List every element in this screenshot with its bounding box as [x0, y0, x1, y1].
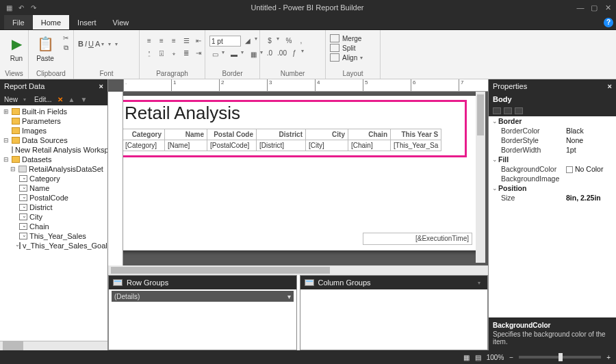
folder-icon	[12, 137, 20, 144]
collapse-icon[interactable]: ⌄	[491, 185, 498, 192]
categorized-icon[interactable]	[493, 107, 501, 114]
bold-button[interactable]: B	[78, 40, 84, 48]
move-up-icon[interactable]: ▲	[68, 96, 75, 103]
panel-close-icon[interactable]: ×	[608, 82, 612, 90]
indent-dec-icon[interactable]: ⇤	[193, 36, 204, 45]
border-style-icon[interactable]: ▭	[209, 49, 220, 59]
zoom-out-button[interactable]: −	[509, 354, 513, 361]
indent-inc-icon[interactable]: ⇥	[193, 48, 204, 57]
close-icon[interactable]: ✕	[604, 3, 612, 12]
chevron-down-icon[interactable]: ▾	[478, 280, 483, 286]
move-down-icon[interactable]: ▼	[81, 96, 88, 103]
numbers-icon[interactable]: ≣	[181, 48, 192, 57]
prop-row[interactable]: BorderColorBlack	[489, 126, 616, 135]
run-button[interactable]: ▶ Run	[4, 33, 29, 64]
color-swatch	[566, 166, 573, 173]
field-item[interactable]: City	[0, 212, 107, 222]
selected-object: Body	[489, 93, 616, 105]
prop-row[interactable]: BorderStyleNone	[489, 135, 616, 145]
merge-icon	[330, 34, 339, 42]
border-color-icon[interactable]: ▬	[229, 49, 240, 59]
comma-icon[interactable]: ,	[296, 36, 307, 45]
design-canvas[interactable]: Retail Analysis Category Name Postal Cod…	[123, 92, 485, 263]
placeholder-icon[interactable]: ƒ	[289, 48, 300, 57]
v-ruler	[108, 92, 123, 265]
delete-icon[interactable]: ✕	[57, 96, 63, 103]
status-bar: ▦ ▤ 100% − +	[0, 350, 616, 364]
field-item[interactable]: District	[0, 203, 107, 212]
zoom-slider[interactable]	[519, 356, 601, 359]
font-size-dd[interactable]: ▾	[108, 41, 114, 47]
undo-icon[interactable]: ↶	[16, 3, 26, 12]
tab-insert[interactable]: Insert	[69, 15, 105, 29]
dec-inc-icon[interactable]: .0	[264, 48, 275, 57]
field-item[interactable]: This_Year_Sales	[0, 231, 107, 241]
h-scrollbar[interactable]	[108, 265, 488, 275]
copy-icon[interactable]: ⧉	[60, 43, 71, 53]
field-icon	[19, 204, 27, 211]
align-left-icon[interactable]: ≡	[144, 36, 155, 45]
currency-icon[interactable]: $	[264, 36, 275, 45]
border-width-input[interactable]: 1 pt	[209, 36, 241, 47]
field-icon	[19, 223, 27, 230]
field-item[interactable]: v_This_Year_Sales_Goal	[0, 241, 107, 250]
align-button[interactable]: Align▾	[330, 53, 365, 62]
datasource-icon	[12, 146, 13, 153]
prop-row[interactable]: BorderWidth1pt	[489, 145, 616, 155]
prop-pages-icon[interactable]	[515, 107, 523, 114]
fill-icon[interactable]: ◢	[242, 36, 253, 45]
field-item[interactable]: Chain	[0, 222, 107, 231]
split-button[interactable]: Split	[330, 44, 365, 52]
font-color-button[interactable]: A	[95, 40, 100, 48]
minimize-icon[interactable]: —	[576, 3, 585, 12]
split-icon	[330, 44, 339, 52]
paste-button[interactable]: 📋 Paste	[33, 33, 57, 64]
ribbon: ▶ Run Views 📋 Paste ✂ ⧉ Clipboard B I U …	[0, 30, 616, 79]
details-group[interactable]: (Details)▾	[112, 291, 294, 302]
cut-icon[interactable]: ✂	[60, 33, 71, 42]
report-table[interactable]: Category Name Postal Code District City …	[123, 129, 441, 151]
align-center-icon[interactable]: ≡	[156, 36, 167, 45]
redo-icon[interactable]: ↷	[29, 3, 38, 12]
border-preset-icon[interactable]: ▦	[248, 49, 259, 59]
alpha-icon[interactable]	[504, 107, 512, 114]
panel-close-icon[interactable]: ×	[99, 82, 103, 90]
field-item[interactable]: PostalCode	[0, 193, 107, 203]
prop-row[interactable]: BackgroundColorNo Color	[489, 164, 616, 174]
new-dropdown[interactable]: New	[4, 96, 18, 103]
align-mid-icon[interactable]: ⍗	[156, 48, 167, 57]
view-icon[interactable]: ▦	[463, 354, 470, 361]
italic-button[interactable]: I	[85, 40, 87, 48]
execution-time[interactable]: [&ExecutionTime]	[363, 233, 472, 245]
align-right-icon[interactable]: ≡	[168, 36, 179, 45]
field-item[interactable]: Category	[0, 174, 107, 183]
prop-row[interactable]: BackgroundImage	[489, 174, 616, 183]
report-title[interactable]: Retail Analysis	[125, 103, 240, 124]
help-button[interactable]: ?	[601, 15, 616, 29]
zoom-label: 100%	[487, 354, 504, 361]
tab-home[interactable]: Home	[33, 15, 69, 29]
percent-icon[interactable]: %	[283, 36, 294, 45]
bullets-icon[interactable]: ☰	[181, 36, 192, 45]
report-data-tree[interactable]: ⊞Built-in Fields Parameters Images ⊟Data…	[0, 105, 107, 341]
h-scrollbar[interactable]	[0, 341, 107, 350]
edit-button[interactable]: Edit...	[34, 96, 52, 103]
tab-file[interactable]: File	[4, 15, 33, 29]
merge-button[interactable]: Merge	[330, 34, 365, 42]
maximize-icon[interactable]: ▢	[590, 3, 598, 12]
v-scrollbar[interactable]	[476, 92, 485, 263]
tab-view[interactable]: View	[105, 15, 138, 29]
align-top-icon[interactable]: ⍘	[144, 48, 155, 57]
view-icon[interactable]: ▤	[475, 354, 481, 361]
align-bot-icon[interactable]: ⍖	[168, 48, 179, 57]
field-item[interactable]: Name	[0, 183, 107, 193]
zoom-in-button[interactable]: +	[606, 354, 611, 361]
prop-row[interactable]: Size8in, 2.25in	[489, 193, 616, 203]
collapse-icon[interactable]: ⌄	[491, 118, 498, 125]
chevron-down-icon[interactable]: ▾	[287, 293, 291, 300]
report-page[interactable]: Retail Analysis Category Name Postal Cod…	[123, 96, 485, 250]
collapse-icon[interactable]: ⌄	[491, 156, 498, 163]
folder-icon	[12, 127, 20, 134]
dec-dec-icon[interactable]: .00	[277, 48, 287, 57]
underline-button[interactable]: U	[88, 40, 94, 48]
